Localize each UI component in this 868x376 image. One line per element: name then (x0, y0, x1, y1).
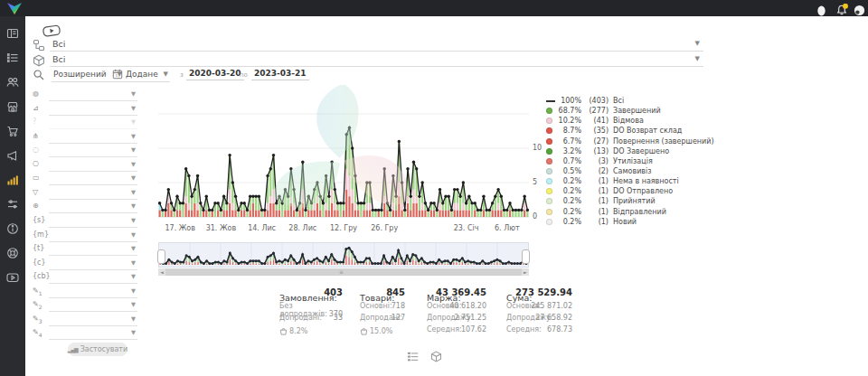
filter-row-fingerprint[interactable]: ◌▼ (33, 145, 137, 158)
orders-table-view-icon[interactable] (407, 349, 419, 366)
chevron-down-icon: ▼ (695, 40, 700, 47)
filter-row-package[interactable]: ⎔▼ (33, 159, 137, 173)
stats-title-row: Маржа:43 369.45 (427, 287, 486, 302)
filter-row-var-cb[interactable]: {cb}▼ (33, 271, 137, 285)
sidebar-info-icon[interactable] (6, 222, 19, 235)
legend-item[interactable]: 68.7%(277)Завершений (546, 106, 702, 116)
scroll-left-arrow[interactable]: ◄ (158, 268, 165, 276)
legend-item[interactable]: 0.2%(1)Відправлений (546, 207, 702, 217)
legend-item[interactable]: 0.2%(1)Нема в наявності (546, 176, 702, 186)
chevron-down-icon: ▼ (131, 273, 136, 280)
product-filter[interactable]: Всі ▼ (33, 53, 703, 67)
legend-item[interactable]: 8.7%(35)DO Возврат склад (546, 126, 702, 136)
filter-row-status[interactable]: ?▼ (33, 117, 137, 130)
globe-icon: ⊕ (33, 202, 47, 210)
custom-field-2-icon: ✎2 (33, 300, 47, 310)
notifications-bell-icon[interactable] (835, 3, 848, 20)
chevron-down-icon: ▼ (131, 231, 136, 239)
scroll-right-arrow[interactable]: ► (522, 268, 529, 276)
category-filter[interactable]: Всі ▼ (33, 38, 703, 52)
filter-row-var-t[interactable]: {t}▼ (33, 243, 137, 257)
avatar-icon[interactable] (854, 3, 865, 20)
var-cb-icon: {cb} (33, 272, 47, 280)
filter-row-globe[interactable]: ⊕▼ (33, 201, 137, 214)
stats-title-row: Замовлення:403 (279, 287, 343, 302)
stats-column-2: Товари:845Основні:718Допродані:12715.0% (360, 287, 405, 337)
filter-row-payment[interactable]: ▭▼ (33, 173, 137, 186)
filter-row-var-m[interactable]: {m}▼ (33, 230, 137, 243)
filter-row-var-s[interactable]: {s}▼ (33, 215, 137, 229)
profile-egg-icon[interactable] (816, 3, 826, 20)
chevron-down-icon: ▼ (131, 259, 136, 267)
category-tree-icon (33, 38, 46, 52)
legend-dot-swatch (546, 158, 552, 164)
chevron-down-icon: ▼ (131, 245, 136, 252)
apply-filters-button[interactable]: ▂▄▆ Застосувати (68, 343, 127, 356)
filter-row-custom-field-2[interactable]: ✎2▼ (33, 299, 137, 313)
products-view-icon[interactable] (430, 349, 442, 366)
sidebar-cart-icon[interactable] (6, 125, 19, 137)
chevron-down-icon: ▼ (131, 301, 136, 308)
notification-badge (843, 4, 848, 9)
legend-item[interactable]: 6.7%(27)Повернення (завершений) (546, 136, 702, 146)
legend-dot-swatch (546, 188, 552, 194)
legend-item[interactable]: 0.2%(1)Новий (546, 217, 702, 227)
status-icon: ? (33, 118, 47, 126)
legend-item[interactable]: 100%(403)Всі (546, 96, 702, 106)
chevron-down-icon: ▼ (131, 105, 136, 112)
sidebar-customers-icon[interactable] (6, 76, 19, 89)
legend-dot-swatch (546, 127, 552, 134)
date-field-select[interactable]: 17 Додане ▼ (110, 68, 170, 82)
sidebar-store-icon[interactable] (6, 100, 19, 113)
navigator-left-handle[interactable] (157, 249, 165, 264)
filter-row-custom-field-4[interactable]: ✎4▼ (33, 327, 137, 341)
sidebar-orders-list-icon[interactable] (6, 52, 19, 64)
legend-item[interactable]: 0.5%(2)Самовивіз (546, 166, 702, 176)
stats-value: 845 (386, 287, 405, 297)
navigator-svg (159, 243, 528, 267)
search-icon[interactable] (33, 68, 46, 81)
sidebar-dashboard-icon[interactable] (6, 27, 19, 40)
upsell-share-badge: 15.0% (360, 325, 405, 337)
date-to-input[interactable]: 2023-03-21 (251, 69, 309, 80)
range-navigator[interactable] (158, 242, 529, 268)
stats-sub-row: Допродані:127 (360, 314, 405, 325)
trend-icon: ⊿ (33, 104, 47, 112)
legend-dot-swatch (546, 198, 552, 204)
sidebar-sliders-icon[interactable] (6, 198, 19, 211)
x-tick-label: 14. Лис (242, 224, 282, 232)
stats-value: 43 369.45 (436, 287, 486, 297)
date-from-label: з (180, 71, 184, 79)
sidebar-video-icon[interactable] (6, 271, 19, 284)
chevron-down-icon: ▼ (131, 189, 136, 196)
filter-row-custom-field-1[interactable]: ✎1▼ (33, 286, 137, 299)
sidebar-megaphone-icon[interactable] (6, 149, 19, 162)
navigator-scrollbar[interactable]: ◄ ≡ ► (158, 268, 529, 276)
filter-row-hierarchy[interactable]: ⋔▼ (33, 131, 137, 145)
filter-row-world[interactable]: ◍▼ (33, 89, 137, 102)
product-box-icon (33, 53, 46, 67)
chevron-down-icon: ▼ (695, 55, 700, 62)
filter-row-funnel[interactable]: ▽▼ (33, 187, 137, 201)
x-tick-label: 31. Жов (201, 224, 241, 232)
date-from-input[interactable]: 2020-03-20 (186, 69, 244, 80)
orders-chart (158, 90, 529, 220)
legend-item[interactable]: 10.2%(41)Відмова (546, 116, 702, 126)
stats-column-1: Замовлення:403Без допродажів:370Допродан… (279, 287, 343, 337)
legend-item[interactable]: 0.2%(1)Прийнятий (546, 196, 702, 206)
var-t-icon: {t} (33, 244, 47, 252)
legend-item[interactable]: 0.2%(1)DO Отправлено (546, 186, 702, 196)
legend-item[interactable]: 3.2%(13)DO Завершено (546, 146, 702, 156)
package-icon: ⎔ (33, 160, 47, 168)
legend-item[interactable]: 0.7%(3)Утилізація (546, 156, 702, 166)
stats-sub-row: Основна:245 871.02 (506, 302, 572, 314)
filter-row-trend[interactable]: ⊿▼ (33, 103, 137, 117)
navigator-right-handle[interactable] (522, 249, 530, 264)
sidebar-analytics-bars-icon[interactable] (6, 174, 19, 186)
stats-value: 273 529.94 (515, 287, 572, 297)
sidebar-support-icon[interactable] (6, 247, 19, 259)
filter-row-custom-field-3[interactable]: ✎3▼ (33, 314, 137, 327)
filter-row-var-c[interactable]: {c}▼ (33, 258, 137, 271)
payment-icon: ▭ (33, 174, 47, 182)
x-tick-label: 28. Лис (283, 224, 323, 232)
